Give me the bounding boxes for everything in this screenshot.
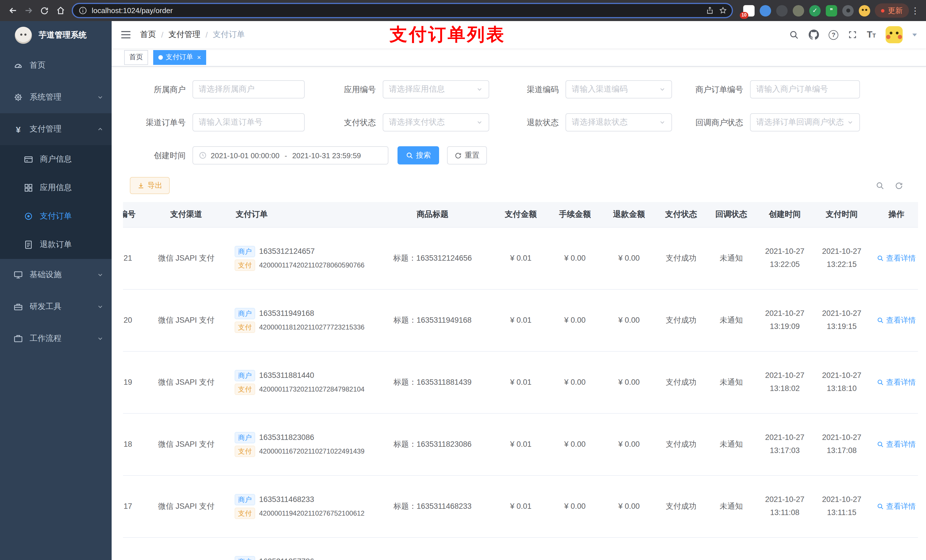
hide-search-icon[interactable] [876,181,884,190]
extension-area: 10 [743,5,870,16]
sidebar-item-pay[interactable]: ¥ 支付管理 [0,113,112,145]
title-cell: 标题：1635311949168 [371,289,494,351]
merchant-order-no-input[interactable]: 请输入商户订单编号 [750,80,860,98]
tab-close-icon[interactable]: × [197,54,201,60]
pay-tag: 支付 [235,383,255,395]
pay-tag: 支付 [235,507,255,519]
extension-check-icon[interactable] [809,5,821,16]
user-avatar[interactable] [885,26,903,43]
search-icon[interactable] [789,30,799,39]
bookmark-star-icon[interactable] [719,6,727,15]
view-detail-link[interactable]: 查看详情 [877,253,916,263]
browser-update-button[interactable]: 更新 [875,3,909,18]
clock-icon [199,151,207,159]
reload-icon[interactable] [36,3,52,18]
refresh-icon[interactable] [895,181,903,190]
grid-icon [24,183,33,192]
merchant-select[interactable]: 请选择所属商户 [192,80,305,98]
extension-apps-icon[interactable]: 10 [743,5,755,16]
channel-order-no-label: 渠道订单号 [123,113,192,131]
app-title: 芋道管理系统 [39,30,86,41]
breadcrumb-section[interactable]: 支付管理 [169,30,200,40]
col-pay-order: 支付订单 [229,202,371,227]
sidebar-item-app-info[interactable]: 应用信息 [0,174,112,202]
sidebar-item-merchant-info[interactable]: 商户信息 [0,145,112,174]
page-annotation-title: 支付订单列表 [390,23,506,47]
site-info-icon[interactable] [79,6,87,15]
chevron-down-icon [476,86,483,93]
forward-icon[interactable] [21,3,36,18]
chevron-down-icon [659,119,666,126]
view-detail-link[interactable]: 查看详情 [877,439,916,449]
pay-order-cell: 商户1635312124657 支付4200001174202110278060… [229,227,371,289]
circle-dot-icon [24,212,33,221]
title-cell: 标题：1635311881439 [371,351,494,413]
back-icon[interactable] [5,3,21,18]
merchant-tag: 商户 [235,432,255,443]
sidebar-item-pay-order[interactable]: 支付订单 [0,202,112,231]
extension-dark-icon[interactable] [776,5,788,16]
merchant-tag: 商户 [235,494,255,505]
extension-badge: 10 [740,12,748,18]
app-logo[interactable]: 芋道管理系统 [0,21,112,50]
view-detail-link[interactable]: 查看详情 [877,501,916,511]
tab-home[interactable]: 首页 [124,50,148,65]
col-channel: 支付渠道 [144,202,229,227]
sidebar-item-devtools[interactable]: 研发工具 [0,291,112,323]
pay-status-select[interactable]: 请选择支付状态 [383,113,489,131]
hamburger-icon[interactable] [112,21,140,48]
extension-olive-icon[interactable] [793,5,804,16]
sidebar-item-infra[interactable]: 基础设施 [0,259,112,291]
avatar-caret-icon[interactable] [912,33,917,36]
refund-status-select[interactable]: 请选择退款状态 [566,113,672,131]
browser-menu-icon[interactable] [909,5,921,16]
col-fee: 手续金额 [548,202,602,227]
notify-status-label: 回调商户状态 [672,113,750,131]
channel-code-select[interactable]: 请输入渠道编码 [566,80,672,98]
help-icon[interactable]: ? [829,30,838,39]
title-cell: 标题：1635311468233 [371,475,494,537]
notify-cell [706,537,756,560]
channel-cell [144,537,229,560]
chevron-down-icon [97,303,104,310]
create-time-range-picker[interactable]: 2021-10-01 00:00:00 - 2021-10-31 23:59:5… [192,146,388,165]
toolbox-icon [14,302,23,311]
refund-status-label: 退款状态 [489,113,566,131]
notify-status-select[interactable]: 请选择订单回调商户状态 [750,113,860,131]
table-header-row: 编号 支付渠道 支付订单 商品标题 支付金额 手续金额 退款金额 支付状态 回调… [123,202,918,227]
channel-cell: 微信 JSAPI 支付 [144,289,229,351]
card-icon [24,155,33,164]
search-button[interactable]: 搜索 [398,146,439,165]
url-text[interactable]: localhost:1024/pay/order [92,6,701,15]
chevron-down-icon [659,86,666,93]
share-icon[interactable] [706,6,714,15]
sidebar-item-system[interactable]: 系统管理 [0,82,112,113]
sidebar-item-home[interactable]: 首页 [0,50,112,82]
extension-chat-icon[interactable] [826,5,837,16]
font-size-icon[interactable]: TT [867,30,876,39]
app-header: 首页 / 支付管理 / 支付订单 支付订单列表 ? [112,21,926,48]
view-detail-link[interactable]: 查看详情 [877,315,916,325]
app-id-select[interactable]: 请选择应用信息 [383,80,489,98]
tab-pay-order[interactable]: 支付订单 × [153,50,206,65]
breadcrumb-current: 支付订单 [213,30,245,40]
browser-profile-avatar[interactable] [859,5,870,16]
reset-button[interactable]: 重置 [447,146,487,165]
export-button[interactable]: 导出 [130,177,170,194]
github-icon[interactable] [809,30,819,40]
app-id-label: 应用编号 [305,80,383,98]
create-time-label: 创建时间 [123,146,192,165]
extensions-pin-icon[interactable] [842,5,854,16]
date-end-value[interactable]: 2021-10-31 23:59:59 [292,151,361,160]
table-row: 21 微信 JSAPI 支付 商户1635312124657 支付4200001… [123,227,918,289]
sidebar-item-refund-order[interactable]: 退款订单 [0,231,112,259]
extension-blue-icon[interactable] [760,5,771,16]
channel-order-no-input[interactable]: 请输入渠道订单号 [192,113,305,131]
url-bar[interactable]: localhost:1024/pay/order [72,3,733,18]
fullscreen-icon[interactable] [848,30,857,39]
view-detail-link[interactable]: 查看详情 [877,377,916,387]
breadcrumb-home[interactable]: 首页 [140,30,156,40]
home-icon[interactable] [52,3,68,18]
date-start-value[interactable]: 2021-10-01 00:00:00 [211,151,279,160]
sidebar-item-workflow[interactable]: 工作流程 [0,323,112,355]
